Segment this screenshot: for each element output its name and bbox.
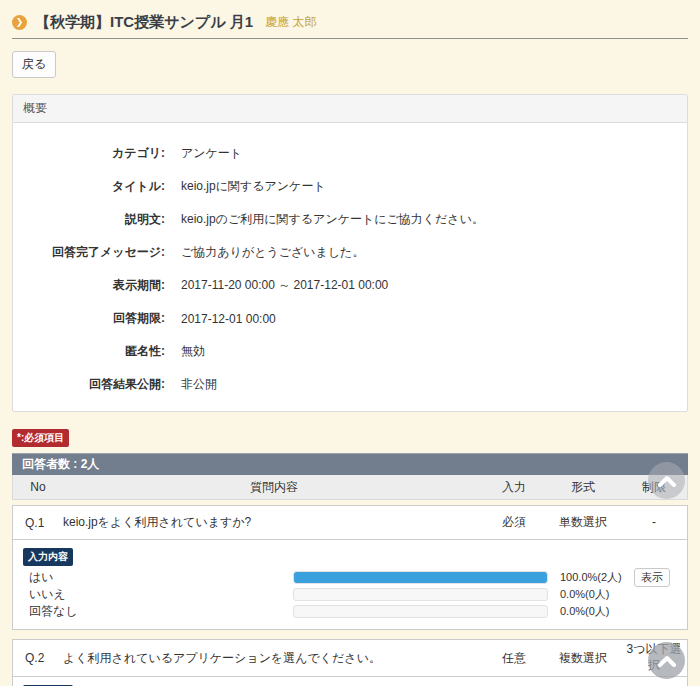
field-label: カテゴリ: (13, 145, 181, 162)
question-number: Q.1 (13, 516, 63, 530)
scroll-to-top-button[interactable] (648, 642, 685, 679)
overview-panel: 概要 カテゴリ: アンケート タイトル: keio.jpに関するアンケート 説明… (12, 94, 688, 412)
option-label: はい (17, 569, 293, 586)
field-value: アンケート (181, 145, 687, 162)
question-input-type: 任意 (485, 650, 543, 667)
field-value: keio.jpのご利用に関するアンケートにご協力ください。 (181, 211, 687, 228)
user-name-link[interactable]: 慶應 太郎 (265, 14, 316, 31)
chevron-up-icon (658, 655, 676, 667)
bar-fill (294, 572, 547, 583)
overview-row-complete-message: 回答完了メッセージ: ご協力ありがとうございました。 (13, 236, 687, 269)
field-value: 2017-12-01 00:00 (181, 312, 687, 326)
field-label: タイトル: (13, 178, 181, 195)
results-column-header: No 質問内容 入力 形式 制限 (12, 475, 688, 500)
question-limit: - (623, 515, 685, 531)
field-label: 匿名性: (13, 343, 181, 360)
field-label: 説明文: (13, 211, 181, 228)
column-question: 質問内容 (63, 479, 485, 496)
option-row: はい 100.0%(2人) 表示 (17, 569, 677, 586)
option-label: いいえ (17, 586, 293, 603)
scroll-to-top-button[interactable] (648, 462, 685, 499)
option-bar (293, 571, 548, 584)
overview-row-anonymity: 匿名性: 無効 (13, 335, 687, 368)
overview-panel-body: カテゴリ: アンケート タイトル: keio.jpに関するアンケート 説明文: … (13, 123, 687, 411)
field-value: 非公開 (181, 376, 687, 393)
page-title: 【秋学期】ITC授業サンプル 月1 (35, 13, 253, 32)
option-percent: 0.0%(0人) (548, 604, 634, 619)
show-respondents-button[interactable]: 表示 (634, 568, 670, 587)
overview-row-deadline: 回答期限: 2017-12-01 00:00 (13, 302, 687, 335)
question-row: Q.2 よく利用されているアプリケーションを選んでください。 任意 複数選択 3… (13, 640, 687, 677)
column-input: 入力 (485, 479, 543, 496)
arrow-right-icon: ❯ (12, 15, 27, 30)
field-value: 2017-11-20 00:00 ～ 2017-12-01 00:00 (181, 277, 687, 294)
question-card-q2: Q.2 よく利用されているアプリケーションを選んでください。 任意 複数選択 3… (12, 639, 688, 686)
field-value: keio.jpに関するアンケート (181, 178, 687, 195)
field-label: 表示期間: (13, 277, 181, 294)
overview-row-description: 説明文: keio.jpのご利用に関するアンケートにご協力ください。 (13, 203, 687, 236)
field-label: 回答結果公開: (13, 376, 181, 393)
option-bar (293, 605, 548, 618)
back-button[interactable]: 戻る (12, 51, 56, 78)
chevron-up-icon (658, 475, 676, 487)
results-section: 回答者数 : 2人 No 質問内容 入力 形式 制限 Q.1 keio.jpをよ… (12, 453, 688, 686)
required-note-badge: *:必須項目 (12, 429, 69, 447)
overview-row-category: カテゴリ: アンケート (13, 137, 687, 170)
field-value: ご協力ありがとうございました。 (181, 244, 687, 261)
overview-row-result-publication: 回答結果公開: 非公開 (13, 368, 687, 401)
column-format: 形式 (543, 479, 623, 496)
overview-row-title: タイトル: keio.jpに関するアンケート (13, 170, 687, 203)
question-text: よく利用されているアプリケーションを選んでください。 (63, 650, 485, 667)
page-header: ❯ 【秋学期】ITC授業サンプル 月1 慶應 太郎 (12, 12, 688, 32)
field-label: 回答完了メッセージ: (13, 244, 181, 261)
question-row: Q.1 keio.jpをよく利用されていますか? 必須 単数選択 - (13, 506, 687, 540)
field-label: 回答期限: (13, 310, 181, 327)
question-format: 単数選択 (543, 514, 623, 531)
question-number: Q.2 (13, 651, 63, 665)
option-percent: 100.0%(2人) (548, 570, 634, 585)
option-bar (293, 588, 548, 601)
option-percent: 0.0%(0人) (548, 587, 634, 602)
option-row: いいえ 0.0%(0人) (17, 586, 677, 603)
overview-panel-title: 概要 (13, 95, 687, 123)
option-label: 回答なし (17, 603, 293, 620)
respondent-count-bar: 回答者数 : 2人 (12, 453, 688, 475)
question-body: 入力内容 教育支援システム 50.0%(1人) 表示 学事Webシステム 50.… (13, 677, 687, 686)
title-divider (12, 38, 688, 39)
input-content-badge: 入力内容 (23, 548, 73, 566)
question-format: 複数選択 (543, 650, 623, 667)
question-text: keio.jpをよく利用されていますか? (63, 514, 485, 531)
question-input-type: 必須 (485, 514, 543, 531)
field-value: 無効 (181, 343, 687, 360)
question-card-q1: Q.1 keio.jpをよく利用されていますか? 必須 単数選択 - 入力内容 … (12, 505, 688, 630)
overview-row-display-period: 表示期間: 2017-11-20 00:00 ～ 2017-12-01 00:0… (13, 269, 687, 302)
option-row: 回答なし 0.0%(0人) (17, 603, 677, 620)
column-no: No (13, 480, 63, 494)
question-body: 入力内容 はい 100.0%(2人) 表示 いいえ 0.0%(0人) (13, 540, 687, 629)
